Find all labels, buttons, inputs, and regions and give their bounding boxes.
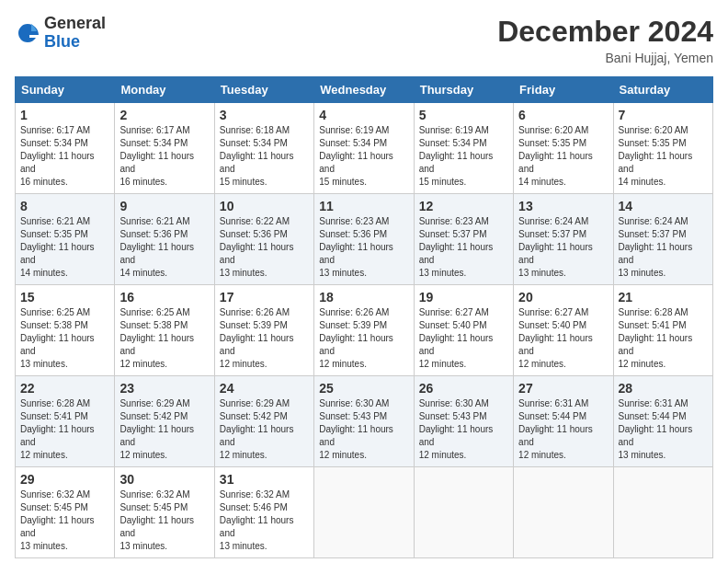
- calendar-cell: 4Sunrise: 6:19 AMSunset: 5:34 PMDaylight…: [314, 103, 414, 194]
- logo-icon: [15, 20, 40, 46]
- calendar-week-1: 1Sunrise: 6:17 AMSunset: 5:34 PMDaylight…: [16, 103, 713, 194]
- day-number: 30: [119, 472, 209, 487]
- day-info: Sunrise: 6:31 AMSunset: 5:44 PMDaylight:…: [518, 398, 593, 460]
- calendar-cell: 8Sunrise: 6:21 AMSunset: 5:35 PMDaylight…: [16, 194, 115, 285]
- day-number: 28: [619, 381, 708, 396]
- calendar-week-5: 29Sunrise: 6:32 AMSunset: 5:45 PMDayligh…: [16, 467, 713, 558]
- day-number: 21: [619, 290, 708, 304]
- day-header-saturday: Saturday: [613, 77, 712, 103]
- day-info: Sunrise: 6:21 AMSunset: 5:35 PMDaylight:…: [20, 216, 95, 278]
- day-info: Sunrise: 6:27 AMSunset: 5:40 PMDaylight:…: [518, 307, 593, 369]
- calendar-week-2: 8Sunrise: 6:21 AMSunset: 5:35 PMDaylight…: [16, 194, 713, 285]
- day-info: Sunrise: 6:32 AMSunset: 5:45 PMDaylight:…: [20, 489, 95, 551]
- calendar-cell: 11Sunrise: 6:23 AMSunset: 5:36 PMDayligh…: [314, 194, 414, 285]
- day-info: Sunrise: 6:21 AMSunset: 5:36 PMDaylight:…: [119, 216, 194, 278]
- day-info: Sunrise: 6:23 AMSunset: 5:37 PMDaylight:…: [419, 216, 494, 278]
- day-number: 20: [518, 290, 608, 304]
- calendar-cell: 14Sunrise: 6:24 AMSunset: 5:37 PMDayligh…: [613, 194, 712, 285]
- calendar-week-4: 22Sunrise: 6:28 AMSunset: 5:41 PMDayligh…: [16, 376, 713, 467]
- day-number: 7: [619, 108, 708, 122]
- day-number: 8: [20, 199, 109, 213]
- day-number: 24: [220, 381, 309, 396]
- calendar-cell: 23Sunrise: 6:29 AMSunset: 5:42 PMDayligh…: [115, 376, 214, 467]
- day-info: Sunrise: 6:25 AMSunset: 5:38 PMDaylight:…: [119, 307, 194, 369]
- day-info: Sunrise: 6:20 AMSunset: 5:35 PMDaylight:…: [518, 125, 593, 187]
- logo: General Blue: [15, 15, 106, 52]
- calendar-week-3: 15Sunrise: 6:25 AMSunset: 5:38 PMDayligh…: [16, 285, 713, 376]
- calendar-cell: 16Sunrise: 6:25 AMSunset: 5:38 PMDayligh…: [115, 285, 214, 376]
- calendar-cell: 2Sunrise: 6:17 AMSunset: 5:34 PMDaylight…: [115, 103, 214, 194]
- calendar-cell: [613, 467, 712, 558]
- day-info: Sunrise: 6:17 AMSunset: 5:34 PMDaylight:…: [20, 125, 95, 187]
- day-number: 17: [220, 290, 309, 304]
- calendar-cell: [514, 467, 613, 558]
- calendar-cell: 10Sunrise: 6:22 AMSunset: 5:36 PMDayligh…: [214, 194, 313, 285]
- day-info: Sunrise: 6:23 AMSunset: 5:36 PMDaylight:…: [319, 216, 393, 278]
- day-info: Sunrise: 6:29 AMSunset: 5:42 PMDaylight:…: [220, 398, 294, 460]
- day-number: 3: [220, 108, 309, 122]
- day-number: 5: [419, 108, 508, 122]
- day-number: 14: [619, 199, 708, 213]
- day-number: 1: [20, 108, 109, 122]
- calendar-cell: 29Sunrise: 6:32 AMSunset: 5:45 PMDayligh…: [16, 467, 115, 558]
- calendar-table: SundayMondayTuesdayWednesdayThursdayFrid…: [15, 76, 713, 558]
- day-number: 26: [419, 381, 508, 396]
- day-number: 10: [220, 199, 309, 213]
- day-info: Sunrise: 6:17 AMSunset: 5:34 PMDaylight:…: [119, 125, 194, 187]
- day-number: 15: [20, 290, 109, 304]
- calendar-cell: 21Sunrise: 6:28 AMSunset: 5:41 PMDayligh…: [613, 285, 712, 376]
- calendar-body: 1Sunrise: 6:17 AMSunset: 5:34 PMDaylight…: [16, 103, 713, 558]
- calendar-cell: 22Sunrise: 6:28 AMSunset: 5:41 PMDayligh…: [16, 376, 115, 467]
- day-header-tuesday: Tuesday: [214, 77, 313, 103]
- calendar-cell: 24Sunrise: 6:29 AMSunset: 5:42 PMDayligh…: [214, 376, 313, 467]
- calendar-cell: 18Sunrise: 6:26 AMSunset: 5:39 PMDayligh…: [314, 285, 414, 376]
- calendar-cell: [414, 467, 513, 558]
- day-info: Sunrise: 6:31 AMSunset: 5:44 PMDaylight:…: [619, 398, 693, 460]
- calendar-cell: 7Sunrise: 6:20 AMSunset: 5:35 PMDaylight…: [613, 103, 712, 194]
- day-number: 16: [119, 290, 209, 304]
- day-number: 9: [119, 199, 209, 213]
- day-header-friday: Friday: [514, 77, 613, 103]
- calendar-cell: 30Sunrise: 6:32 AMSunset: 5:45 PMDayligh…: [115, 467, 214, 558]
- day-number: 27: [518, 381, 608, 396]
- day-header-thursday: Thursday: [414, 77, 513, 103]
- calendar-cell: 3Sunrise: 6:18 AMSunset: 5:34 PMDaylight…: [214, 103, 313, 194]
- day-info: Sunrise: 6:18 AMSunset: 5:34 PMDaylight:…: [220, 125, 294, 187]
- calendar-cell: 31Sunrise: 6:32 AMSunset: 5:46 PMDayligh…: [214, 467, 313, 558]
- day-number: 25: [319, 381, 408, 396]
- calendar-header-row: SundayMondayTuesdayWednesdayThursdayFrid…: [16, 77, 713, 103]
- page-header: General Blue December 2024 Bani Hujjaj, …: [15, 15, 713, 65]
- day-info: Sunrise: 6:24 AMSunset: 5:37 PMDaylight:…: [619, 216, 693, 278]
- day-info: Sunrise: 6:20 AMSunset: 5:35 PMDaylight:…: [619, 125, 693, 187]
- day-info: Sunrise: 6:29 AMSunset: 5:42 PMDaylight:…: [119, 398, 194, 460]
- calendar-cell: 26Sunrise: 6:30 AMSunset: 5:43 PMDayligh…: [414, 376, 513, 467]
- day-info: Sunrise: 6:27 AMSunset: 5:40 PMDaylight:…: [419, 307, 494, 369]
- month-title: December 2024: [497, 15, 713, 49]
- day-header-monday: Monday: [115, 77, 214, 103]
- day-info: Sunrise: 6:32 AMSunset: 5:46 PMDaylight:…: [220, 489, 294, 551]
- day-number: 31: [220, 472, 309, 487]
- calendar-cell: 1Sunrise: 6:17 AMSunset: 5:34 PMDaylight…: [16, 103, 115, 194]
- location: Bani Hujjaj, Yemen: [497, 51, 713, 65]
- calendar-cell: 20Sunrise: 6:27 AMSunset: 5:40 PMDayligh…: [514, 285, 613, 376]
- day-number: 19: [419, 290, 508, 304]
- logo-text: General Blue: [44, 15, 106, 52]
- day-info: Sunrise: 6:19 AMSunset: 5:34 PMDaylight:…: [419, 125, 494, 187]
- calendar-cell: 19Sunrise: 6:27 AMSunset: 5:40 PMDayligh…: [414, 285, 513, 376]
- day-number: 23: [119, 381, 209, 396]
- day-header-wednesday: Wednesday: [314, 77, 414, 103]
- day-info: Sunrise: 6:30 AMSunset: 5:43 PMDaylight:…: [319, 398, 393, 460]
- day-number: 6: [518, 108, 608, 122]
- day-info: Sunrise: 6:24 AMSunset: 5:37 PMDaylight:…: [518, 216, 593, 278]
- day-info: Sunrise: 6:28 AMSunset: 5:41 PMDaylight:…: [619, 307, 693, 369]
- day-info: Sunrise: 6:28 AMSunset: 5:41 PMDaylight:…: [20, 398, 95, 460]
- calendar-cell: 25Sunrise: 6:30 AMSunset: 5:43 PMDayligh…: [314, 376, 414, 467]
- day-number: 12: [419, 199, 508, 213]
- calendar-cell: 13Sunrise: 6:24 AMSunset: 5:37 PMDayligh…: [514, 194, 613, 285]
- calendar-cell: 15Sunrise: 6:25 AMSunset: 5:38 PMDayligh…: [16, 285, 115, 376]
- day-number: 22: [20, 381, 109, 396]
- day-info: Sunrise: 6:32 AMSunset: 5:45 PMDaylight:…: [119, 489, 194, 551]
- day-info: Sunrise: 6:30 AMSunset: 5:43 PMDaylight:…: [419, 398, 494, 460]
- calendar-cell: 12Sunrise: 6:23 AMSunset: 5:37 PMDayligh…: [414, 194, 513, 285]
- day-number: 2: [119, 108, 209, 122]
